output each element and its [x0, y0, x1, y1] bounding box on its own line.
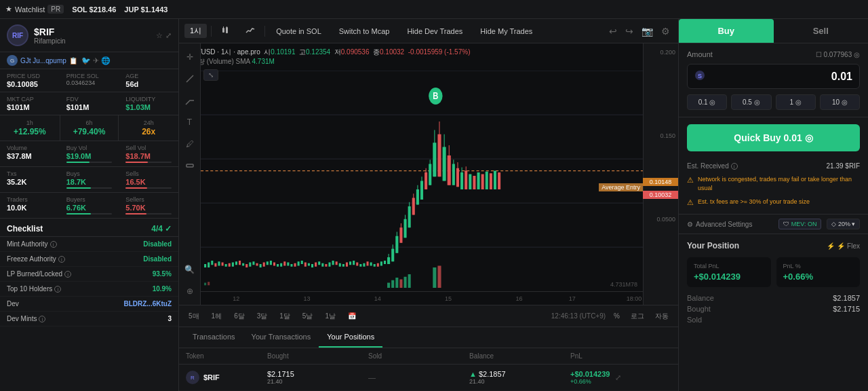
- stats-grid: 1h +12.95% 6h +79.40% 24h 26x: [0, 115, 178, 141]
- chart-svg-area: B: [201, 71, 643, 291]
- star-favorite-icon[interactable]: ☆: [156, 31, 163, 40]
- mev-badge[interactable]: 🛡 MEV: ON: [778, 219, 822, 229]
- right-panel: Buy Sell Amount ☐ 0.077963 ◎ S: [678, 19, 868, 391]
- preset-05-button[interactable]: 0.5 ◎: [731, 94, 771, 110]
- position-pnl-values: +$0.014239 +0.66%: [570, 370, 610, 385]
- hide-dev-trades-button[interactable]: Hide Dev Trades: [400, 25, 469, 37]
- timeframe-3d-button[interactable]: 3달: [253, 310, 272, 322]
- expand-chart-button[interactable]: ⤡: [203, 69, 218, 81]
- amount-input-field[interactable]: [711, 71, 852, 83]
- watchlist-section[interactable]: ★ Watchlist PR: [5, 5, 64, 14]
- center-panel: 1시 Quote in SOL Switch to Mcap Hide Dev …: [179, 19, 678, 391]
- timeframe-1h-button[interactable]: 1헤: [208, 310, 226, 322]
- dev-value[interactable]: BLDRZ...6KtuZ: [123, 300, 172, 308]
- quickbuy-button[interactable]: Quick Buy 0.01 ◎: [687, 124, 860, 151]
- chart-view-controls: % 로그 자동: [610, 310, 673, 322]
- share-position-icon[interactable]: ⤢: [615, 373, 621, 382]
- preset-1-button[interactable]: 1 ◎: [776, 94, 816, 110]
- pr-badge[interactable]: PR: [47, 5, 64, 14]
- buy-tab[interactable]: Buy: [679, 19, 774, 43]
- redo-button[interactable]: ↪: [623, 24, 636, 38]
- price-sol-value: 0.0346234: [66, 79, 113, 86]
- undo-button[interactable]: ↩: [606, 24, 620, 38]
- amount-label: Amount: [687, 50, 713, 58]
- timeframe-1w-button[interactable]: 1날: [321, 310, 340, 322]
- quote-sol-button[interactable]: Quote in SOL: [269, 25, 328, 37]
- hide-my-trades-button[interactable]: Hide My Trades: [473, 25, 539, 37]
- trendline-tool[interactable]: [182, 71, 198, 87]
- interval-1h-button[interactable]: 1시: [184, 24, 207, 38]
- liquidity-cell: Liquidity $1.03M: [119, 92, 178, 115]
- stat-24h-value: 26x: [125, 127, 172, 136]
- freeze-authority-info-icon[interactable]: i: [58, 256, 65, 263]
- website-icon[interactable]: 🌐: [101, 56, 111, 65]
- mint-authority-info-icon[interactable]: i: [50, 241, 57, 248]
- flex-badge[interactable]: ⚡ ⚡ Flex: [827, 242, 860, 250]
- stat-1h-label: 1h: [7, 119, 53, 126]
- crosshair-tool[interactable]: ✛: [182, 49, 198, 65]
- zoom-out-tool[interactable]: 🔍: [182, 261, 198, 278]
- tab-your-positions[interactable]: Your Positions: [319, 327, 382, 348]
- timeframe-5m-button[interactable]: 5매: [184, 310, 203, 322]
- position-token-symbol: $RIF: [203, 373, 220, 381]
- lp-burned-info-icon[interactable]: i: [64, 271, 71, 278]
- preset-01-button[interactable]: 0.1 ◎: [687, 94, 727, 110]
- jup-price: JUP $1.1443: [124, 5, 167, 14]
- chart-time-axis: 12 13 14 15 16 17 18:00: [201, 291, 643, 305]
- calendar-button[interactable]: 📅: [344, 311, 360, 321]
- age-value: 56d: [125, 80, 172, 88]
- slippage-badge[interactable]: ◇ 20% ▾: [827, 219, 860, 229]
- price-usd-label: Price USD: [7, 73, 53, 79]
- token-info: RIF $RIF Rifampicin: [7, 24, 66, 46]
- settings-button[interactable]: ⚙: [658, 24, 673, 38]
- auto-view-button[interactable]: 자동: [651, 310, 673, 322]
- dev-mints-info-icon[interactable]: i: [39, 316, 45, 322]
- timeframe-6h-button[interactable]: 6달: [230, 310, 249, 322]
- position-balance-grid: Balance $2.1857 Bought $2.1715 Sold: [687, 294, 860, 324]
- svg-rect-55: [353, 261, 355, 265]
- token-symbol: $RIF: [34, 26, 66, 37]
- svg-rect-39: [298, 261, 300, 265]
- tab-transactions[interactable]: Transactions: [184, 327, 243, 348]
- buyers-label: Buyers: [66, 196, 113, 203]
- svg-rect-53: [346, 263, 348, 267]
- share-icon[interactable]: ⤢: [165, 31, 172, 40]
- svg-rect-51: [339, 263, 341, 267]
- age-cell: Age 56d: [119, 69, 178, 92]
- wallet-icon: ☐: [816, 51, 822, 58]
- telegram-icon[interactable]: ✈: [93, 56, 99, 65]
- preset-10-button[interactable]: 10 ◎: [820, 94, 860, 110]
- screenshot-button[interactable]: 📷: [639, 24, 656, 38]
- tab-your-transactions[interactable]: Your Transactions: [243, 327, 319, 348]
- log-view-button[interactable]: 로그: [627, 310, 648, 322]
- twitter-icon[interactable]: 🐦: [81, 56, 91, 65]
- total-pnl-cell: Total PnL +$0.014239: [687, 257, 771, 287]
- buyers-cell: Buyers 6.76K: [60, 193, 119, 218]
- buys-cell: Buys 18.7K: [60, 167, 119, 192]
- percent-view-button[interactable]: %: [610, 311, 624, 321]
- fibonacci-tool[interactable]: [182, 92, 198, 109]
- svg-rect-44: [315, 263, 317, 267]
- sells-bar: [125, 187, 172, 189]
- timeframe-5d-button[interactable]: 5날: [298, 310, 317, 322]
- liquidity-label: Liquidity: [125, 96, 172, 103]
- sell-tab[interactable]: Sell: [774, 19, 869, 43]
- zoom-reset-tool[interactable]: ⊕: [182, 283, 198, 299]
- advanced-settings-button[interactable]: ⚙ Advanced Settings: [687, 221, 752, 228]
- svg-rect-34: [280, 263, 282, 267]
- timeframe-1d-button[interactable]: 1달: [275, 310, 294, 322]
- candle-chart-button[interactable]: [216, 24, 236, 39]
- brush-tool[interactable]: 🖊: [182, 136, 198, 152]
- dev-label: Dev: [7, 300, 19, 308]
- est-received-section: Est. Received i 21.39 $RIF ⚠ Network is …: [679, 158, 868, 215]
- est-received-info-icon[interactable]: i: [731, 163, 738, 170]
- measure-tool[interactable]: [182, 157, 198, 174]
- line-chart-button[interactable]: [240, 24, 260, 39]
- svg-rect-107: [477, 172, 480, 189]
- text-tool[interactable]: T: [182, 114, 198, 130]
- pnl-pct-cell: PnL % +0.66%: [776, 257, 861, 287]
- checklist-score: 4/4 ✓: [151, 224, 172, 234]
- top10-info-icon[interactable]: i: [54, 286, 61, 293]
- svg-rect-114: [391, 280, 394, 288]
- switch-mcap-button[interactable]: Switch to Mcap: [332, 25, 397, 37]
